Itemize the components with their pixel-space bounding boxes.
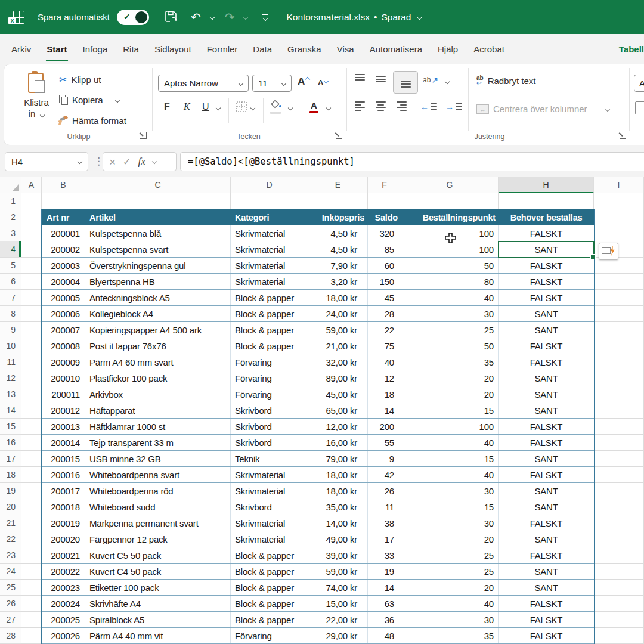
table-cell[interactable]: 14 [368, 402, 401, 418]
table-cell[interactable]: FALSKT [499, 225, 594, 241]
table-cell[interactable]: 200009 [42, 354, 85, 370]
table-cell[interactable]: 4,50 kr [308, 242, 368, 257]
row-header-19[interactable]: 19 [0, 483, 21, 499]
borders-button[interactable] [236, 101, 247, 112]
table-cell[interactable]: 15 [401, 402, 499, 418]
table-cell[interactable]: 40 [401, 290, 499, 305]
row-header-7[interactable]: 7 [0, 290, 21, 306]
table-cell[interactable]: 25 [401, 322, 499, 338]
table-cell[interactable]: 200 [368, 419, 401, 434]
column-header-G[interactable]: G [401, 177, 499, 193]
table-cell[interactable]: 45,00 kr [308, 386, 368, 402]
name-box[interactable]: H4 [5, 152, 88, 171]
table-cell[interactable]: 89,00 kr [308, 370, 368, 386]
table-cell[interactable]: Pärm A4 60 mm svart [85, 354, 231, 370]
align-left-button[interactable] [355, 101, 365, 111]
table-cell[interactable]: 65,00 kr [308, 402, 368, 418]
table-cell[interactable]: Märkpenna permanent svart [85, 515, 231, 531]
table-cell[interactable]: 15,00 kr [308, 596, 368, 611]
table-cell[interactable]: SANT [499, 386, 594, 402]
clipboard-dialog-launcher[interactable] [140, 132, 147, 139]
row-header-4[interactable]: 4 [0, 242, 21, 258]
table-cell[interactable]: SANT [499, 402, 594, 418]
copy-button[interactable]: Kopiera [59, 95, 119, 105]
table-cell[interactable]: SANT [499, 322, 594, 338]
column-header-C[interactable]: C [85, 177, 231, 193]
table-cell[interactable]: Whiteboardpenna svart [85, 467, 231, 482]
table-cell[interactable]: Förvaring [231, 386, 308, 402]
table-cell[interactable]: 30 [401, 515, 499, 531]
table-cell[interactable]: 80 [401, 274, 499, 289]
table-cell[interactable]: 22 [368, 322, 401, 338]
table-cell[interactable]: 49,00 kr [308, 531, 368, 547]
table-cell[interactable]: 40 [401, 435, 499, 450]
formula-input[interactable]: =[@Saldo]<[@Beställningspunkt] [180, 152, 644, 171]
table-cell[interactable]: 15 [401, 451, 499, 466]
currency-format-icon[interactable] [635, 101, 644, 114]
table-cell[interactable]: Skrivmaterial [231, 225, 308, 241]
table-cell[interactable]: FALSKT [499, 467, 594, 482]
table-cell[interactable]: Block & papper [231, 322, 308, 338]
row-header-10[interactable]: 10 [0, 338, 21, 354]
row-header-28[interactable]: 28 [0, 628, 21, 644]
table-cell[interactable]: 12 [368, 370, 401, 386]
table-cell[interactable]: Förvaring [231, 354, 308, 370]
alignment-dialog-launcher[interactable] [620, 132, 626, 139]
row-header-27[interactable]: 27 [0, 612, 21, 628]
row-header-17[interactable]: 17 [0, 451, 21, 467]
font-color-button[interactable]: A [309, 100, 318, 113]
bold-button[interactable]: F [164, 101, 170, 112]
table-cell[interactable]: 36 [368, 612, 401, 627]
table-cell[interactable]: 55 [368, 435, 401, 450]
quick-access-overflow-button[interactable] [262, 14, 268, 20]
table-header-cell[interactable]: Beställningspunkt [401, 209, 499, 225]
table-cell[interactable]: 200024 [42, 596, 85, 611]
orientation-dropdown-chevron-icon[interactable] [445, 79, 450, 84]
row-header-22[interactable]: 22 [0, 531, 21, 547]
table-cell[interactable]: Block & papper [231, 580, 308, 595]
tab-data[interactable]: Data [245, 34, 280, 64]
table-cell[interactable]: Skrivbord [231, 499, 308, 515]
tab-tabell[interactable]: Tabell [611, 34, 644, 64]
table-cell[interactable]: Block & papper [231, 338, 308, 354]
table-cell[interactable]: Kollegieblock A4 [85, 306, 231, 321]
underline-dropdown-chevron-icon[interactable] [216, 106, 221, 110]
row-header-9[interactable]: 9 [0, 322, 21, 338]
table-cell[interactable]: 20 [401, 531, 499, 547]
table-cell[interactable]: 14,00 kr [308, 515, 368, 531]
number-format-combo[interactable]: Al [634, 75, 644, 92]
insert-function-button[interactable]: fx [138, 156, 145, 168]
row-header-16[interactable]: 16 [0, 435, 21, 451]
table-cell[interactable]: SANT [499, 242, 594, 257]
table-cell[interactable]: Block & papper [231, 596, 308, 611]
table-cell[interactable]: 29,00 kr [308, 628, 368, 643]
table-cell[interactable]: SANT [499, 564, 594, 579]
table-cell[interactable]: Block & papper [231, 564, 308, 579]
align-right-button[interactable] [397, 101, 407, 111]
table-cell[interactable]: Whiteboard sudd [85, 499, 231, 515]
table-cell[interactable]: 20 [401, 580, 499, 595]
table-cell[interactable]: 200017 [42, 483, 85, 499]
undo-button[interactable]: ↶ [191, 11, 201, 23]
table-cell[interactable]: 21,00 kr [308, 338, 368, 354]
row-header-24[interactable]: 24 [0, 564, 21, 580]
tab-rita[interactable]: Rita [115, 34, 147, 64]
redo-button[interactable]: ↷ [225, 11, 235, 23]
row-header-26[interactable]: 26 [0, 596, 21, 612]
table-cell[interactable]: 100 [401, 242, 499, 257]
table-cell[interactable]: Överstrykningspenna gul [85, 258, 231, 273]
wrap-text-button[interactable]: ab↩ Radbryt text [476, 75, 536, 86]
table-cell[interactable]: SANT [499, 499, 594, 515]
table-cell[interactable]: 200004 [42, 274, 85, 289]
table-cell[interactable]: Skrivmaterial [231, 242, 308, 257]
table-cell[interactable]: 18,00 kr [308, 290, 368, 305]
table-cell[interactable]: 15 [401, 499, 499, 515]
table-cell[interactable]: Kuvert C5 50 pack [85, 547, 231, 563]
table-cell[interactable]: 32,00 kr [308, 354, 368, 370]
table-cell[interactable]: 3,20 kr [308, 274, 368, 289]
table-cell[interactable]: 200014 [42, 435, 85, 450]
row-header-18[interactable]: 18 [0, 467, 21, 483]
table-cell[interactable]: 12,00 kr [308, 419, 368, 434]
table-cell[interactable]: 48 [368, 628, 401, 643]
table-cell[interactable]: 18,00 kr [308, 467, 368, 482]
